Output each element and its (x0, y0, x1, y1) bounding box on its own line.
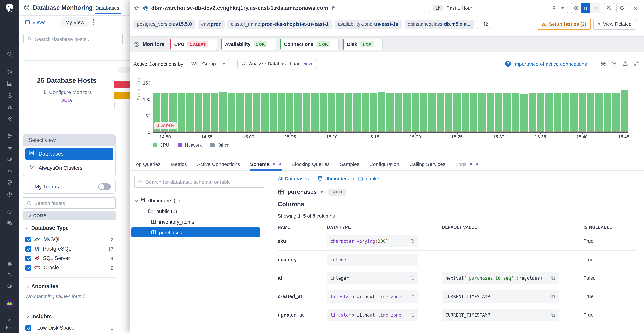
cpu-bar[interactable] (545, 94, 552, 132)
history-icon[interactable] (0, 67, 20, 77)
host-tag[interactable]: postgres_version:v15.5.0 (134, 20, 195, 29)
facet-mysql[interactable]: MySQLMySQL2 (26, 235, 113, 244)
tab-configuration[interactable]: Configuration (370, 158, 399, 170)
cpu-bar[interactable] (328, 93, 336, 132)
time-backward-button[interactable] (571, 3, 581, 13)
more-tags-button[interactable]: +42 (476, 20, 492, 29)
security-shield-icon[interactable] (0, 178, 20, 188)
copy-icon[interactable] (331, 6, 336, 10)
copy-icon[interactable] (410, 294, 415, 299)
cpu-bar[interactable] (345, 93, 352, 132)
cpu-bar[interactable] (353, 93, 360, 132)
software-catalog-icon[interactable] (0, 114, 20, 124)
gear-icon[interactable] (600, 61, 606, 67)
cpu-bar[interactable] (453, 94, 461, 132)
cpu-bar[interactable] (253, 94, 260, 132)
cpu-bar[interactable] (311, 94, 319, 132)
cpu-bar[interactable] (362, 94, 369, 132)
kebab-menu-icon[interactable] (93, 20, 94, 25)
cpu-bar[interactable] (578, 93, 586, 132)
cpu-bar[interactable] (186, 93, 193, 132)
wait-group-select[interactable]: Wait Group (187, 58, 229, 69)
core-facet-group[interactable]: CORE (23, 211, 116, 220)
tab-schema[interactable]: SchemaBETA (250, 158, 282, 170)
cpu-bar[interactable] (495, 94, 502, 132)
cpu-bar[interactable] (403, 94, 410, 132)
cpu-bar[interactable] (595, 93, 603, 132)
tree-node-inventory_items[interactable]: inventory_items (132, 217, 260, 227)
monitor-card-availability[interactable]: Availability 1 OK › (220, 38, 276, 50)
facet-section-insights[interactable]: Insights (26, 314, 52, 320)
cpu-bar[interactable] (220, 92, 227, 132)
copy-icon[interactable] (410, 257, 415, 262)
cpu-bar[interactable] (462, 93, 469, 132)
tab-metrics[interactable]: Metrics (171, 158, 187, 170)
host-tag[interactable]: dbinstanceclass:db.m5.xla... (404, 20, 474, 29)
cpu-bar[interactable] (303, 93, 310, 132)
cpu-bar[interactable] (203, 93, 210, 132)
infrastructure-icon[interactable] (0, 131, 20, 141)
pin-icon[interactable] (552, 6, 557, 10)
time-range-picker[interactable]: 1h Past 1 Hour (429, 3, 568, 14)
monitor-card-connections[interactable]: Connections 1 OK › (280, 38, 339, 50)
help-button[interactable]: ? Help (0, 318, 20, 330)
siem-clock-icon[interactable] (0, 190, 20, 200)
cpu-bar[interactable] (604, 94, 611, 132)
tab-samples[interactable]: Samples (340, 158, 360, 170)
search-database-hosts-input[interactable]: Search database hosts... (24, 34, 123, 44)
cpu-bar[interactable] (386, 93, 394, 132)
apm-link-icon[interactable] (0, 166, 20, 176)
cpu-bar[interactable] (278, 93, 285, 132)
tree-node-purchases[interactable]: purchases (132, 227, 260, 238)
ci-windows-icon[interactable] (0, 281, 20, 291)
cpu-bar[interactable] (412, 93, 419, 132)
fullscreen-icon[interactable] (633, 61, 639, 67)
cpu-bar[interactable] (487, 93, 494, 132)
schema-search-input[interactable]: Search for database, schema, or table (134, 176, 264, 188)
tab-blocking-queries[interactable]: Blocking Queries (292, 158, 330, 170)
cpu-bar[interactable] (612, 93, 620, 132)
tree-node-public[interactable]: public (2) (132, 206, 260, 216)
checkbox-checked[interactable] (26, 325, 31, 331)
tab-active-connections[interactable]: Active Connections (197, 158, 240, 170)
chevron-down-icon[interactable] (320, 191, 323, 193)
facet-section-anomalies[interactable]: Anomalies (26, 283, 58, 290)
star-icon[interactable] (134, 5, 140, 11)
legend-network[interactable]: Network (178, 142, 202, 148)
facet-sql-server[interactable]: SQL Server4 (26, 254, 113, 262)
cpu-bar[interactable] (587, 93, 594, 132)
copy-icon[interactable] (551, 276, 556, 280)
cpu-bar[interactable] (178, 93, 185, 132)
cpu-bar[interactable] (512, 93, 519, 132)
checkbox-checked[interactable] (26, 255, 31, 261)
cpu-bar[interactable] (378, 92, 386, 132)
time-forward-button[interactable] (590, 3, 600, 13)
dashboards-icon[interactable] (0, 154, 20, 164)
copy-icon[interactable] (410, 239, 415, 244)
host-tag[interactable]: cluster_name:prod-eks-shopist-a-us-east-… (228, 20, 332, 29)
cpu-bar[interactable] (570, 93, 578, 132)
search-icon[interactable] (0, 49, 20, 59)
export-icon[interactable] (622, 61, 628, 67)
cpu-bar[interactable] (537, 93, 544, 132)
cpu-bar[interactable] (478, 93, 486, 132)
cpu-bar[interactable] (504, 93, 511, 132)
my-teams-toggle[interactable] (98, 184, 111, 190)
views-button[interactable]: Views (20, 20, 51, 25)
cpu-bar[interactable] (420, 93, 427, 132)
tree-node-dbmorders[interactable]: dbmorders (1) (132, 195, 260, 205)
cpu-bar[interactable] (286, 93, 294, 132)
view-related-button[interactable]: View Related (593, 19, 636, 30)
cpu-bar[interactable] (194, 94, 202, 132)
datadog-logo[interactable] (4, 3, 16, 15)
log-pipelines-icon[interactable] (0, 142, 20, 152)
metrics-icon[interactable] (0, 78, 20, 88)
view-option-alwayson-clusters[interactable]: AlwaysOn Clusters (25, 162, 113, 174)
cpu-bar[interactable] (270, 93, 277, 132)
cpu-bar[interactable] (395, 93, 402, 132)
facet-low-disk-space[interactable]: Low Disk Space0 (26, 324, 113, 332)
integrations-puzzle-icon[interactable] (0, 258, 20, 268)
host-tag[interactable]: availability-zone:us-east-1a (334, 20, 402, 29)
host-tag[interactable]: env:prod (198, 20, 225, 29)
copy-icon[interactable] (551, 312, 556, 317)
